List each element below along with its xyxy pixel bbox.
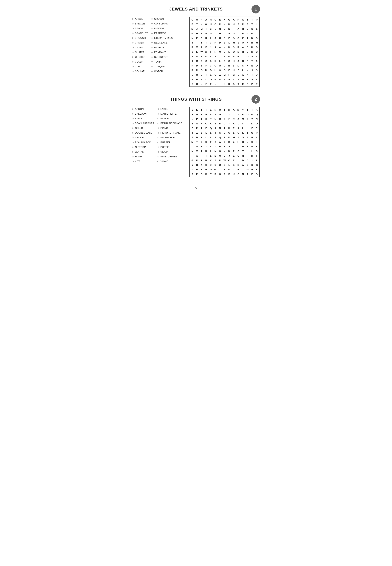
word-label: VIOLIN (160, 150, 168, 154)
grid-cell: S (250, 54, 254, 59)
grid-cell: A (213, 158, 218, 163)
grid-cell: M (250, 112, 254, 117)
grid-cell: A (218, 45, 222, 49)
diamond-icon: ◇ (132, 45, 134, 49)
grid-cell: A (195, 153, 199, 158)
grid-cell: A (209, 59, 213, 63)
word-label: PARCEL (160, 116, 170, 121)
word-label: CELLO (135, 126, 143, 130)
grid-cell: Q (195, 163, 199, 167)
grid-cell: I (254, 22, 259, 27)
diamond-icon: ◇ (151, 31, 153, 35)
grid-cell: I (241, 54, 245, 59)
grid-cell: W (231, 40, 236, 45)
diamond-icon: ◇ (157, 112, 159, 116)
grid-cell: M (222, 72, 227, 77)
word-item: ◇HARP (132, 154, 154, 159)
diamond-icon: ◇ (157, 145, 159, 149)
grid-cell: R (241, 22, 245, 27)
word-label: BEADS (135, 26, 143, 30)
grid-cell: E (250, 172, 254, 176)
grid-cell: C (254, 31, 259, 36)
grid-cell: O (213, 22, 218, 27)
grid-cell: E (190, 72, 195, 77)
grid-cell: T (250, 17, 254, 22)
grid-cell: F (209, 82, 213, 86)
grid-cell: U (231, 172, 236, 176)
word-label: PURSE (160, 145, 169, 149)
table-row: LPICTUREFRAMEYN (190, 117, 259, 121)
word-item: ◇PUPPET (157, 140, 182, 144)
grid-cell: A (227, 77, 231, 82)
word-label: BEAN SUPPORT (135, 121, 154, 125)
word-label: CHAIN (135, 45, 143, 50)
diamond-icon: ◇ (151, 50, 153, 54)
grid-cell: C (254, 149, 259, 153)
grid-cell: N (245, 40, 250, 45)
grid-cell: B (222, 144, 227, 149)
grid-cell: E (231, 163, 236, 167)
grid-cell: T (218, 54, 222, 59)
grid-cell: O (199, 172, 204, 176)
grid-cell: C (241, 121, 245, 126)
word-label: SUNBURST (154, 55, 168, 59)
grid-cell: O (245, 112, 250, 117)
grid-cell: V (222, 121, 227, 126)
puzzle-2-grid: VETTENOIRAMYITKPUPPETGUITAROMQLPICTUREFR… (189, 107, 260, 177)
grid-cell: P (199, 112, 204, 117)
word-label: CLIP (135, 64, 140, 69)
grid-cell: E (231, 158, 236, 163)
puzzle-1-col1: ◇ANKLET◇BANGLE◇BEADS◇BRACELET◇BROOCH◇CAM… (132, 17, 148, 73)
word-item: ◇ANKLET (132, 17, 148, 21)
grid-cell: O (227, 158, 231, 163)
grid-cell: O (190, 17, 195, 22)
grid-cell: Q (209, 126, 213, 130)
table-row: GRIRXARWOELDDIF (190, 158, 259, 163)
grid-cell: C (204, 117, 209, 121)
grid-cell: C (250, 139, 254, 144)
grid-cell: M (245, 167, 250, 172)
grid-cell: L (190, 144, 195, 149)
grid-cell: W (254, 163, 259, 167)
diamond-icon: ◇ (132, 145, 134, 149)
table-row: ZPTEQANTDEALUFR (190, 126, 259, 130)
table-row: NDYFCOQDBBDCXEQ (190, 63, 259, 68)
grid-cell: B (241, 139, 245, 144)
grid-cell: Y (209, 144, 213, 149)
diamond-icon: ◇ (151, 27, 153, 30)
table-row: OMRAHCEKQARAITP (190, 17, 259, 22)
grid-cell: E (199, 77, 204, 82)
diamond-icon: ◇ (132, 60, 134, 64)
grid-cell: P (199, 153, 204, 158)
grid-cell: R (195, 158, 199, 163)
grid-cell: D (245, 49, 250, 54)
diamond-icon: ◇ (132, 117, 134, 120)
grid-cell: J (209, 45, 213, 49)
grid-cell: E (245, 117, 250, 121)
grid-cell: Z (213, 139, 218, 144)
grid-cell: P (195, 126, 199, 130)
grid-cell: S (245, 163, 250, 167)
grid-cell: I (250, 158, 254, 163)
table-row: PUPPETGUITAROMQ (190, 112, 259, 117)
word-item: ◇CAMEO (132, 40, 148, 45)
table-row: YQAQDOUBLEBASSW (190, 163, 259, 167)
grid-cell: F (245, 82, 250, 86)
diamond-icon: ◇ (132, 65, 134, 68)
grid-cell: R (241, 112, 245, 117)
grid-cell: P (222, 172, 227, 176)
grid-cell: E (236, 77, 241, 82)
table-row: RRQMDHGOEHELVSS (190, 68, 259, 72)
grid-cell: I (199, 144, 204, 149)
grid-cell: E (218, 144, 222, 149)
diamond-icon: ◇ (151, 60, 153, 64)
grid-cell: E (195, 107, 199, 112)
grid-cell: D (204, 172, 209, 176)
grid-cell: U (245, 139, 250, 144)
word-item: ◇EARDROP (151, 31, 173, 35)
word-item: ◇PEARL NECKLACE (157, 121, 182, 125)
grid-cell: C (195, 82, 199, 86)
grid-cell: E (204, 126, 209, 130)
word-label: TORQUE (154, 64, 165, 69)
word-item: ◇PENDANT (151, 50, 173, 54)
